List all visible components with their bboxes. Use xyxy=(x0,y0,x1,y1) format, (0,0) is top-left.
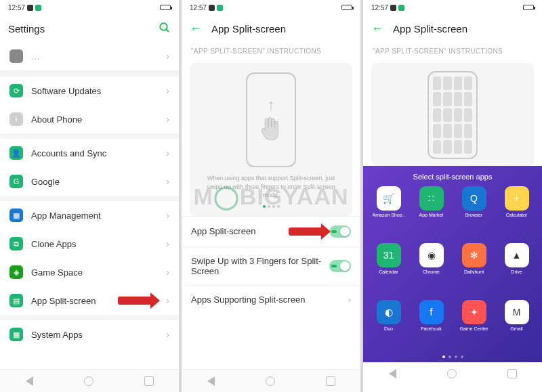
app-app-market[interactable]: ∷App Market xyxy=(411,186,451,239)
status-icon xyxy=(27,5,33,11)
app-calendar[interactable]: 31Calendar xyxy=(369,243,409,296)
app-calculator[interactable]: +Calculator xyxy=(497,186,537,239)
app-label: Browser xyxy=(465,213,483,217)
app-icon: ✦ xyxy=(462,300,486,324)
app-label: Calendar xyxy=(379,269,398,274)
three-phone-composite: 12:57 Settings …› ⟳ Software Updates › i… xyxy=(0,0,542,392)
battery-icon xyxy=(523,5,534,10)
nav-recents-button[interactable] xyxy=(507,369,517,378)
list-item-app-management[interactable]: ▦ App Management › xyxy=(0,201,179,230)
page-title: App Split-screen xyxy=(211,23,286,35)
app-browser[interactable]: QBrowser xyxy=(454,186,494,239)
app-chrome[interactable]: ◉Chrome xyxy=(411,243,451,296)
app-icon: f xyxy=(419,300,444,324)
battery-icon xyxy=(341,5,352,10)
app-icon: ◉ xyxy=(419,243,444,267)
app-facebook[interactable]: fFacebook xyxy=(411,300,451,353)
game-icon: ◈ xyxy=(9,265,23,279)
chevron-right-icon: › xyxy=(166,148,169,158)
battery-icon xyxy=(160,5,171,10)
section-divider xyxy=(0,133,179,139)
list-item-google[interactable]: G Google › xyxy=(0,167,179,196)
list-item[interactable]: …› xyxy=(0,42,179,71)
phone-grid-icon xyxy=(428,71,478,159)
accounts-icon: 👤 xyxy=(9,146,23,160)
app-icon: 🛒 xyxy=(377,186,401,211)
chevron-right-icon: › xyxy=(166,238,169,249)
list-label: System Apps xyxy=(31,330,83,340)
list-item-about-phone[interactable]: i About Phone › xyxy=(0,105,179,133)
info-icon: i xyxy=(9,112,23,126)
list-item-system-apps[interactable]: ▦ System Apps › xyxy=(0,320,179,349)
status-icon xyxy=(209,5,215,11)
app-icon: ▲ xyxy=(505,243,529,267)
list-item-app-split-screen[interactable]: ▤ App Split-screen › xyxy=(0,286,179,315)
toggle-label: App Split-screen xyxy=(191,226,329,236)
list-item-accounts-sync[interactable]: 👤 Accounts and Sync › xyxy=(0,139,179,167)
page-title: App Split-screen xyxy=(393,23,467,35)
list-label: Accounts and Sync xyxy=(31,148,106,158)
nav-recents-button[interactable] xyxy=(326,376,335,386)
app-icon: ✻ xyxy=(462,243,486,267)
app-game-center[interactable]: ✦Game Center xyxy=(454,300,494,353)
nav-bar xyxy=(0,369,179,392)
panel-title: Select split-screen apps xyxy=(369,173,537,181)
app-gmail[interactable]: MGmail xyxy=(497,300,537,353)
status-bar: 12:57 xyxy=(363,0,542,15)
row-apps-supporting-split[interactable]: Apps Supporting Split-screen › xyxy=(182,285,360,313)
nav-bar xyxy=(363,362,542,385)
app-label: App Market xyxy=(419,213,444,217)
annotation-arrow xyxy=(118,292,160,309)
status-icon xyxy=(217,5,223,11)
back-icon[interactable]: ← xyxy=(190,22,202,36)
row-label: Apps Supporting Split-screen xyxy=(191,295,348,305)
apps-icon: ▦ xyxy=(9,209,23,222)
arrow-up-icon: ↑ xyxy=(268,96,275,114)
hand-swipe-icon xyxy=(257,114,285,144)
list-item-clone-apps[interactable]: ⧉ Clone Apps › xyxy=(0,230,179,258)
app-dailyhunt[interactable]: ✻Dailyhunt xyxy=(454,243,494,296)
app-icon: Q xyxy=(462,186,486,211)
search-icon[interactable] xyxy=(159,22,171,36)
nav-home-button[interactable] xyxy=(447,369,457,378)
status-icon xyxy=(390,5,396,11)
list-label: Game Space xyxy=(31,267,83,278)
page-dots xyxy=(263,205,280,208)
nav-bar xyxy=(182,369,360,392)
instruction-illustration xyxy=(371,63,534,166)
chevron-right-icon: › xyxy=(166,114,169,125)
clone-icon: ⧉ xyxy=(9,237,23,251)
system-icon: ▦ xyxy=(9,328,23,341)
nav-back-button[interactable] xyxy=(389,369,396,378)
app-label: Amazon Shop.. xyxy=(373,213,405,217)
nav-back-button[interactable] xyxy=(26,376,33,386)
app-drive[interactable]: ▲Drive xyxy=(497,243,537,296)
app-label: Dailyhunt xyxy=(464,269,484,274)
toggle-switch[interactable] xyxy=(329,225,351,238)
app-duo[interactable]: ◐Duo xyxy=(369,300,409,353)
toggle-switch[interactable] xyxy=(329,260,351,272)
toggle-row-app-split-screen[interactable]: App Split-screen xyxy=(182,216,360,246)
update-icon: ⟳ xyxy=(9,84,23,97)
nav-home-button[interactable] xyxy=(266,376,275,386)
list-label: Google xyxy=(31,177,60,187)
status-icon xyxy=(398,5,404,11)
chevron-right-icon: › xyxy=(166,51,169,62)
toggle-row-swipe-3-fingers[interactable]: Swipe Up with 3 Fingers for Split-Screen xyxy=(182,246,360,285)
nav-home-button[interactable] xyxy=(84,376,93,386)
chevron-right-icon: › xyxy=(166,267,169,278)
nav-recents-button[interactable] xyxy=(144,376,154,386)
back-icon[interactable]: ← xyxy=(371,22,383,36)
phone-outline-icon: ↑ xyxy=(246,72,296,167)
status-icon xyxy=(35,5,41,11)
list-label: App Management xyxy=(31,211,101,221)
section-divider xyxy=(0,196,179,201)
app-label: Gmail xyxy=(510,326,522,331)
list-item-game-space[interactable]: ◈ Game Space › xyxy=(0,258,179,286)
status-bar: 12:57 xyxy=(0,0,179,15)
section-divider xyxy=(0,71,179,77)
list-item-software-updates[interactable]: ⟳ Software Updates › xyxy=(0,77,179,105)
nav-back-button[interactable] xyxy=(207,376,215,386)
app-amazon-shop-[interactable]: 🛒Amazon Shop.. xyxy=(369,186,409,239)
section-subtitle: "APP SPLIT-SCREEN" INSTRUCTIONS xyxy=(182,42,360,60)
